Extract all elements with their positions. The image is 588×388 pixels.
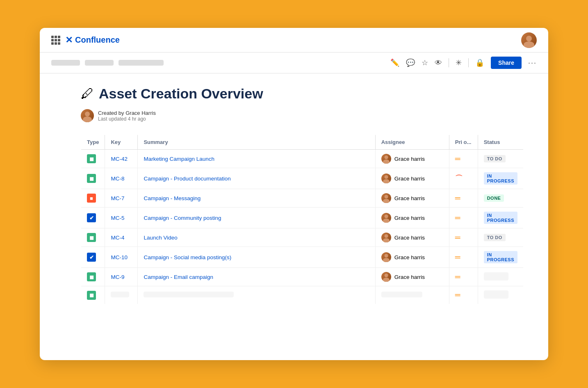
issue-key-link[interactable]: MC-4 <box>111 235 124 241</box>
issue-summary-link[interactable]: Campaign - Messaging <box>144 195 201 201</box>
table-row: ◼ MC-9 Campaign - Email campaign Grace h… <box>81 268 524 286</box>
cell-type: ✔ <box>81 247 105 268</box>
cell-summary[interactable]: Marketing Campaign Launch <box>138 150 375 168</box>
cell-summary[interactable]: Campaign - Social media posting(s) <box>138 247 375 268</box>
col-header-type: Type <box>81 135 105 150</box>
issue-key-link[interactable]: MC-42 <box>111 156 128 162</box>
share-button[interactable]: Share <box>491 57 522 69</box>
assignee-cell: Grace harris <box>381 193 443 203</box>
issue-summary-link[interactable]: Campaign - Community posting <box>144 215 221 221</box>
breadcrumb-item-3[interactable] <box>119 60 164 66</box>
breadcrumb-item-1[interactable] <box>51 60 80 66</box>
issue-type-icon: ✔ <box>87 253 96 262</box>
cell-priority-skeleton: ═ <box>449 286 478 304</box>
issue-key-link[interactable]: MC-10 <box>111 254 128 260</box>
assignee-avatar <box>381 272 391 282</box>
assignee-cell: Grace harris <box>381 154 443 164</box>
cell-key[interactable]: MC-9 <box>105 268 138 286</box>
cell-key[interactable]: MC-7 <box>105 189 138 208</box>
cell-key[interactable]: MC-4 <box>105 228 138 247</box>
issue-summary-link[interactable]: Launch Video <box>144 235 177 241</box>
assignee-cell: Grace harris <box>381 173 443 183</box>
toolbar: ✏️ 💬 ☆ 👁 ✳ 🔒 Share ··· <box>40 52 548 73</box>
lock-icon[interactable]: 🔒 <box>475 58 484 67</box>
cell-priority: ═ <box>449 150 478 168</box>
cell-key[interactable]: MC-42 <box>105 150 138 168</box>
issue-type-icon: ◼ <box>87 233 96 242</box>
star-icon[interactable]: ☆ <box>422 58 428 67</box>
cell-assignee: Grace harris <box>375 168 449 189</box>
ai-icon[interactable]: ✳ <box>456 58 462 67</box>
status-badge: IN PROGRESS <box>484 172 517 185</box>
author-row: Created by Grace Harris Last updated 4 h… <box>81 109 524 122</box>
issue-key-link[interactable]: MC-8 <box>111 176 124 182</box>
edit-icon[interactable]: ✏️ <box>390 58 399 67</box>
cell-summary[interactable]: Campaign - Email campaign <box>138 268 375 286</box>
cell-priority: ═ <box>449 247 478 268</box>
assignee-name: Grace harris <box>394 254 425 260</box>
table-row: ◼ MC-42 Marketing Campaign Launch Grace … <box>81 150 524 168</box>
breadcrumb-item-2[interactable] <box>85 60 114 66</box>
cell-assignee: Grace harris <box>375 189 449 208</box>
cell-type: ◼ <box>81 228 105 247</box>
issue-summary-link[interactable]: Campaign - Social media posting(s) <box>144 254 231 260</box>
watch-icon[interactable]: 👁 <box>435 59 442 67</box>
summary-skeleton <box>144 292 234 297</box>
nav-left: ✕ Confluence <box>51 35 120 46</box>
assignee-cell: Grace harris <box>381 233 443 242</box>
browser-window: ✕ Confluence ✏️ 💬 ☆ 👁 ✳ 🔒 Share ··· <box>40 28 548 360</box>
issue-key-link[interactable]: MC-7 <box>111 195 124 201</box>
assignee-name: Grace harris <box>394 274 425 280</box>
status-skeleton <box>484 272 508 281</box>
assignee-name: Grace harris <box>394 235 425 241</box>
confluence-x-icon: ✕ <box>65 35 73 46</box>
confluence-logo[interactable]: ✕ Confluence <box>65 35 120 46</box>
cell-type: ◼ <box>81 150 105 168</box>
cell-type: ■ <box>81 189 105 208</box>
cell-type-skeleton: ◼ <box>81 286 105 304</box>
priority-icon: ═ <box>455 214 460 222</box>
col-header-summary: Summary <box>138 135 375 150</box>
assignee-avatar <box>381 154 391 164</box>
cell-assignee: Grace harris <box>375 268 449 286</box>
cell-key[interactable]: MC-5 <box>105 208 138 228</box>
assignee-name: Grace harris <box>394 195 425 201</box>
cell-key[interactable]: MC-10 <box>105 247 138 268</box>
issue-type-icon: ◼ <box>87 174 96 183</box>
status-skeleton <box>484 290 508 299</box>
grid-icon[interactable] <box>51 36 60 45</box>
assignee-cell: Grace harris <box>381 213 443 223</box>
issue-key-link[interactable]: MC-5 <box>111 215 124 221</box>
more-icon[interactable]: ··· <box>528 59 537 67</box>
cell-assignee: Grace harris <box>375 247 449 268</box>
cell-key[interactable]: MC-8 <box>105 168 138 189</box>
priority-icon: ═ <box>455 233 460 242</box>
table-header-row: Type Key Summary Assignee Pri o... Statu… <box>81 135 524 150</box>
user-avatar[interactable] <box>521 32 537 48</box>
issue-summary-link[interactable]: Marketing Campaign Launch <box>144 156 214 162</box>
issue-type-icon: ✔ <box>87 213 96 222</box>
issue-type-icon: ◼ <box>87 154 96 163</box>
cell-summary[interactable]: Campaign - Product documentation <box>138 168 375 189</box>
table-row: ◼ MC-8 Campaign - Product documentation … <box>81 168 524 189</box>
table-row: ✔ MC-5 Campaign - Community posting Grac… <box>81 208 524 228</box>
author-name: Created by Grace Harris <box>98 110 156 116</box>
col-header-priority: Pri o... <box>449 135 478 150</box>
issue-key-link[interactable]: MC-9 <box>111 274 124 280</box>
issue-summary-link[interactable]: Campaign - Product documentation <box>144 176 230 182</box>
col-header-key: Key <box>105 135 138 150</box>
cell-status: TO DO <box>478 150 523 168</box>
author-avatar <box>81 109 94 122</box>
assignee-avatar <box>381 252 391 262</box>
issue-summary-link[interactable]: Campaign - Email campaign <box>144 274 213 280</box>
cell-summary[interactable]: Campaign - Community posting <box>138 208 375 228</box>
assignee-avatar <box>381 193 391 203</box>
comment-icon[interactable]: 💬 <box>406 58 415 67</box>
cell-type: ◼ <box>81 168 105 189</box>
divider2 <box>468 58 469 67</box>
cell-summary[interactable]: Launch Video <box>138 228 375 247</box>
col-header-assignee: Assignee <box>375 135 449 150</box>
page-title-row: 🖊 Asset Creation Overview <box>81 86 524 102</box>
cell-summary[interactable]: Campaign - Messaging <box>138 189 375 208</box>
assignee-name: Grace harris <box>394 176 425 182</box>
